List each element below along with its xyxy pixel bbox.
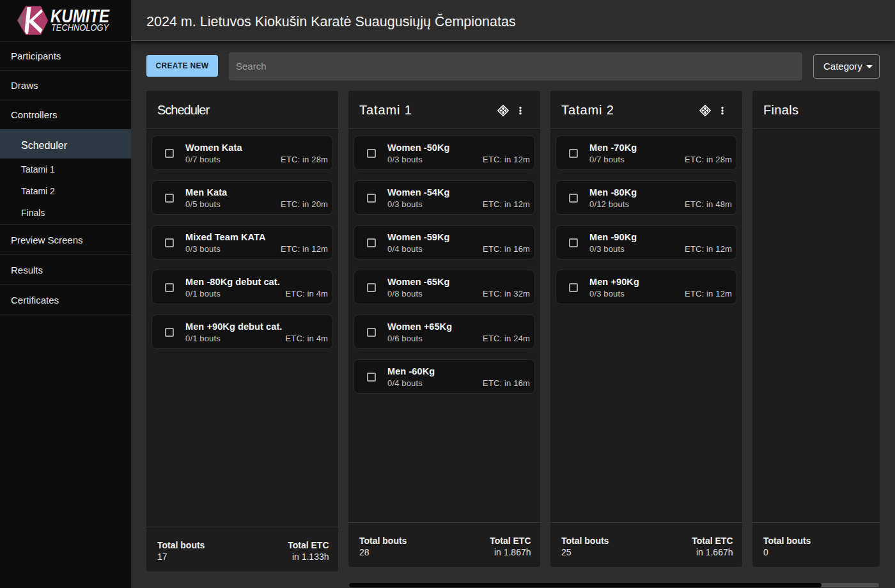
svg-text:TECHNOLOGY: TECHNOLOGY <box>51 22 110 33</box>
